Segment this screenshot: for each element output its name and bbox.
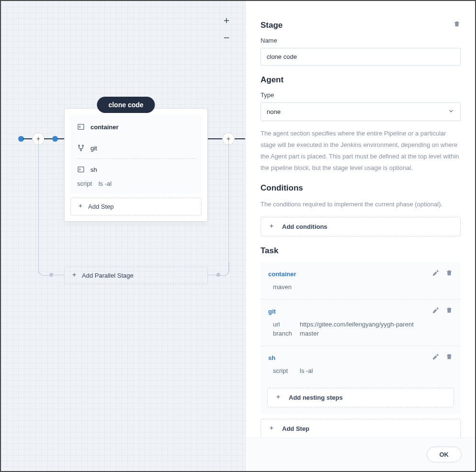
stage-card[interactable]: container git — [64, 108, 208, 222]
plus-icon — [78, 203, 83, 210]
task-name: container — [268, 270, 296, 278]
delete-stage-button[interactable] — [453, 20, 461, 30]
task-param-key: script — [273, 367, 295, 374]
edit-task-button[interactable] — [432, 353, 440, 362]
stage-name-input[interactable] — [261, 48, 461, 66]
name-label: Name — [261, 37, 461, 44]
ok-button[interactable]: OK — [427, 447, 462, 462]
conditions-help-text: The conditions required to implement the… — [261, 199, 442, 210]
task-item[interactable]: container maven — [261, 262, 461, 300]
step-name: git — [91, 145, 97, 152]
pipeline-canvas[interactable]: clone code container — [1, 1, 246, 471]
zoom-in-button[interactable] — [221, 15, 232, 26]
stage-heading: Stage — [261, 21, 283, 30]
svg-rect-12 — [78, 167, 84, 172]
pipeline-edge — [228, 141, 229, 273]
task-param-value: maven — [273, 283, 292, 291]
panel-footer: OK — [246, 438, 475, 471]
step-row[interactable]: git — [70, 137, 202, 158]
task-item[interactable]: git urlhttps://gitee.com/leifengyang/yyg… — [261, 300, 461, 346]
terminal-icon — [77, 123, 85, 131]
stage-name-pill[interactable]: clone code — [97, 97, 155, 113]
step-row[interactable]: sh — [70, 159, 202, 180]
task-param-key: branch — [273, 330, 295, 337]
edit-task-button[interactable] — [432, 306, 440, 316]
pipeline-edge — [23, 138, 33, 139]
terminal-icon — [77, 166, 85, 173]
pipeline-edge — [52, 275, 64, 275]
step-row[interactable]: container — [70, 116, 202, 137]
pipeline-edge — [208, 275, 220, 275]
pipeline-edge — [57, 138, 65, 139]
edit-task-button[interactable] — [432, 269, 440, 279]
agent-help-text: The agent section specifies where the en… — [261, 128, 461, 174]
agent-heading: Agent — [261, 75, 283, 85]
stage-config-panel: Stage Name Agent Type none The agent sec… — [246, 1, 475, 471]
chevron-down-icon — [448, 108, 454, 116]
zoom-out-button[interactable] — [221, 33, 232, 43]
type-label: Type — [261, 91, 461, 99]
add-parallel-stage-button[interactable]: Add Parallel Stage — [64, 267, 208, 284]
branch-icon — [77, 144, 85, 152]
plus-icon — [269, 223, 274, 230]
add-nesting-steps-button[interactable]: Add nesting steps — [267, 388, 454, 407]
delete-task-button[interactable] — [445, 269, 453, 279]
plus-icon — [269, 425, 274, 432]
pipeline-edge — [38, 141, 39, 273]
add-conditions-button[interactable]: Add conditions — [261, 217, 461, 236]
agent-type-select[interactable]: none — [261, 102, 461, 121]
pipeline-edge — [235, 138, 245, 139]
delete-task-button[interactable] — [445, 353, 453, 362]
delete-task-button[interactable] — [445, 306, 453, 316]
conditions-heading: Conditions — [261, 183, 303, 193]
step-name: container — [91, 124, 119, 131]
step-name: sh — [91, 166, 97, 173]
add-step-button[interactable]: Add Step — [261, 419, 461, 438]
pipeline-edge — [207, 138, 223, 139]
add-step-button[interactable]: Add Step — [70, 198, 202, 215]
task-param-value: https://gitee.com/leifengyang/yygh-paren… — [300, 321, 414, 328]
task-item[interactable]: sh scriptls -al — [261, 346, 461, 383]
svg-rect-7 — [78, 124, 84, 130]
pipeline-edge — [44, 138, 53, 139]
task-heading: Task — [261, 246, 279, 256]
task-name: git — [268, 308, 276, 315]
task-list: container maven git — [261, 262, 461, 414]
task-name: sh — [268, 354, 275, 361]
svg-point-10 — [80, 149, 82, 151]
svg-point-9 — [82, 145, 84, 146]
plus-icon — [275, 394, 281, 401]
task-param-value: ls -al — [300, 367, 313, 374]
plus-icon — [71, 272, 77, 279]
task-param-value: master — [300, 330, 319, 337]
svg-point-8 — [79, 145, 80, 146]
step-param: script ls -al — [70, 180, 202, 194]
task-param-key: url — [273, 321, 295, 328]
